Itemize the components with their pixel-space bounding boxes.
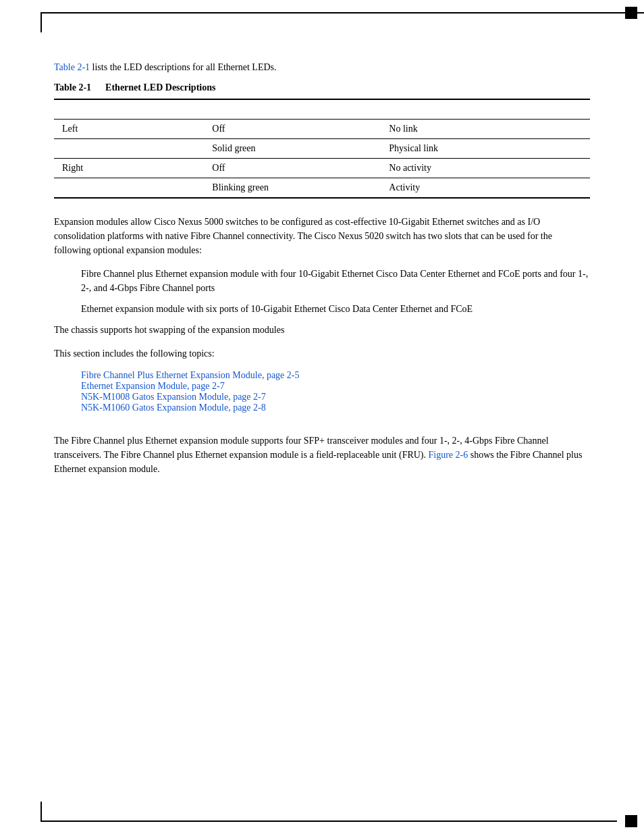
border-bottom-line — [41, 820, 617, 822]
border-top-left — [41, 12, 42, 32]
cell-no-activity: No activity — [381, 159, 590, 178]
link-item-4: N5K-M1060 Gatos Expansion Module, page 2… — [81, 402, 590, 413]
fibre-channel-ethernet-link[interactable]: Fibre Channel Plus Ethernet Expansion Mo… — [81, 370, 300, 380]
table-label: Table 2-1 — [54, 82, 91, 93]
table-title: Ethernet LED Descriptions — [105, 82, 215, 93]
cell-off-1: Off — [204, 120, 381, 139]
ethernet-led-table: Left Off No link Solid green Physical li… — [54, 99, 590, 199]
figure-2-6-link[interactable]: Figure 2-6 — [429, 450, 468, 460]
fibre-channel-paragraph: The Fibre Channel plus Ethernet expansio… — [54, 434, 590, 476]
cell-physical-link: Physical link — [381, 139, 590, 159]
table-row: Solid green Physical link — [54, 139, 590, 159]
topic-links-section: Fibre Channel Plus Ethernet Expansion Mo… — [81, 370, 590, 413]
border-top-right-square — [625, 7, 637, 19]
cell-led-right: Right — [54, 159, 204, 178]
cell-empty-2 — [54, 178, 204, 199]
cell-blinking-green: Blinking green — [204, 178, 381, 199]
table-2-1-ref-link[interactable]: Table 2-1 — [54, 62, 90, 72]
col-header-1 — [54, 99, 204, 120]
ethernet-expansion-link[interactable]: Ethernet Expansion Module, page 2-7 — [81, 381, 225, 391]
table-row: Right Off No activity — [54, 159, 590, 178]
col-header-2 — [204, 99, 381, 120]
bullet-2: Ethernet expansion module with six ports… — [81, 302, 590, 316]
bottom-section: The Fibre Channel plus Ethernet expansio… — [54, 434, 590, 476]
table-header-row — [54, 99, 590, 120]
expansion-paragraph: Expansion modules allow Cisco Nexus 5000… — [54, 215, 590, 257]
intro-text-rest: lists the LED descriptions for all Ether… — [90, 62, 276, 72]
topics-text: This section includes the following topi… — [54, 346, 590, 361]
cell-solid-green: Solid green — [204, 139, 381, 159]
intro-paragraph: Table 2-1 lists the LED descriptions for… — [54, 61, 590, 74]
cell-led-left: Left — [54, 120, 204, 139]
main-content: Table 2-1 lists the LED descriptions for… — [54, 61, 590, 476]
cell-no-link: No link — [381, 120, 590, 139]
bullet-1: Fibre Channel plus Ethernet expansion mo… — [81, 267, 590, 295]
n5k-m1008-link[interactable]: N5K-M1008 Gatos Expansion Module, page 2… — [81, 392, 266, 402]
link-item-2: Ethernet Expansion Module, page 2-7 — [81, 381, 590, 392]
page: Table 2-1 lists the LED descriptions for… — [0, 0, 644, 834]
link-item-3: N5K-M1008 Gatos Expansion Module, page 2… — [81, 392, 590, 402]
chassis-text: The chassis supports hot swapping of the… — [54, 323, 590, 337]
table-row: Left Off No link — [54, 120, 590, 139]
cell-empty-1 — [54, 139, 204, 159]
col-header-3 — [381, 99, 590, 120]
link-item-1: Fibre Channel Plus Ethernet Expansion Mo… — [81, 370, 590, 381]
border-bottom-left — [41, 802, 42, 822]
cell-activity: Activity — [381, 178, 590, 199]
border-top-line — [41, 12, 644, 14]
table-row: Blinking green Activity — [54, 178, 590, 199]
table-caption: Table 2-1 Ethernet LED Descriptions — [54, 82, 590, 93]
border-bottom-right-square — [625, 815, 637, 827]
n5k-m1060-link[interactable]: N5K-M1060 Gatos Expansion Module, page 2… — [81, 402, 266, 413]
cell-off-2: Off — [204, 159, 381, 178]
